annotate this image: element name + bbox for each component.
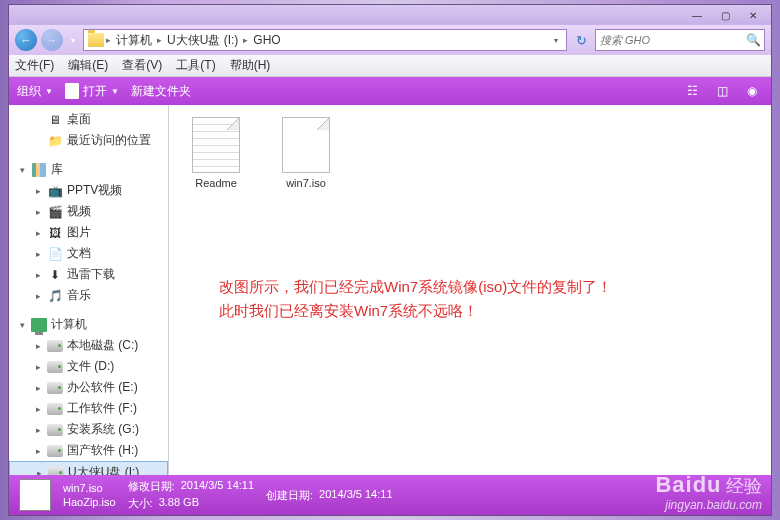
search-box[interactable]: 🔍 bbox=[595, 29, 765, 51]
status-mod-date: 2014/3/5 14:11 bbox=[181, 479, 254, 494]
tree-drive-e[interactable]: ▸办公软件 (E:) bbox=[9, 377, 168, 398]
breadcrumb-drive[interactable]: U大侠U盘 (I:) bbox=[164, 32, 241, 49]
organize-label: 组织 bbox=[17, 83, 41, 100]
explorer-window: — ▢ ✕ ← → ▾ ▸ 计算机 ▸ U大侠U盘 (I:) ▸ GHO ▾ ↻… bbox=[8, 4, 772, 516]
open-button[interactable]: 打开 ▼ bbox=[65, 83, 119, 100]
address-dropdown[interactable]: ▾ bbox=[550, 36, 562, 45]
menu-help[interactable]: 帮助(H) bbox=[230, 57, 271, 74]
status-size: 3.88 GB bbox=[159, 496, 199, 511]
iso-file-icon bbox=[282, 117, 330, 173]
tree-drive-i[interactable]: ▸U大侠U盘 (I:) bbox=[9, 461, 168, 475]
menu-file[interactable]: 文件(F) bbox=[15, 57, 54, 74]
folder-icon bbox=[88, 33, 104, 47]
tree-drive-c[interactable]: ▸本地磁盘 (C:) bbox=[9, 335, 168, 356]
tree-pictures[interactable]: ▸🖼图片 bbox=[9, 222, 168, 243]
tree-drive-g[interactable]: ▸安装系统 (G:) bbox=[9, 419, 168, 440]
file-label: Readme bbox=[195, 177, 237, 189]
tree-recent[interactable]: 📁最近访问的位置 bbox=[9, 130, 168, 151]
search-input[interactable] bbox=[600, 34, 746, 46]
breadcrumb-sep[interactable]: ▸ bbox=[243, 35, 248, 45]
chevron-down-icon: ▼ bbox=[45, 87, 53, 96]
breadcrumb-bar[interactable]: ▸ 计算机 ▸ U大侠U盘 (I:) ▸ GHO ▾ bbox=[83, 29, 567, 51]
menu-view[interactable]: 查看(V) bbox=[122, 57, 162, 74]
status-filetype: HaoZip.iso bbox=[63, 496, 116, 508]
breadcrumb-folder[interactable]: GHO bbox=[250, 33, 283, 47]
tree-thunder[interactable]: ▸⬇迅雷下载 bbox=[9, 264, 168, 285]
search-icon: 🔍 bbox=[746, 33, 760, 47]
tree-pptv[interactable]: ▸📺PPTV视频 bbox=[9, 180, 168, 201]
close-button[interactable]: ✕ bbox=[739, 7, 767, 23]
menu-edit[interactable]: 编辑(E) bbox=[68, 57, 108, 74]
view-options-button[interactable]: ☷ bbox=[681, 82, 703, 100]
file-label: win7.iso bbox=[286, 177, 326, 189]
status-filename: win7.iso bbox=[63, 482, 103, 494]
status-create-label: 创建日期: bbox=[266, 488, 313, 503]
navigation-pane[interactable]: 🖥桌面 📁最近访问的位置 ▾库 ▸📺PPTV视频 ▸🎬视频 ▸🖼图片 ▸📄文档 … bbox=[9, 105, 169, 475]
back-button[interactable]: ← bbox=[15, 29, 37, 51]
status-mod-label: 修改日期: bbox=[128, 479, 175, 494]
minimize-button[interactable]: — bbox=[683, 7, 711, 23]
tree-drive-f[interactable]: ▸工作软件 (F:) bbox=[9, 398, 168, 419]
text-file-icon bbox=[192, 117, 240, 173]
help-button[interactable]: ◉ bbox=[741, 82, 763, 100]
status-file-icon bbox=[19, 479, 51, 511]
open-label: 打开 bbox=[83, 83, 107, 100]
content-area: 🖥桌面 📁最近访问的位置 ▾库 ▸📺PPTV视频 ▸🎬视频 ▸🖼图片 ▸📄文档 … bbox=[9, 105, 771, 475]
chevron-down-icon: ▼ bbox=[111, 87, 119, 96]
breadcrumb-computer[interactable]: 计算机 bbox=[113, 32, 155, 49]
status-bar: win7.iso HaoZip.iso 修改日期: 2014/3/5 14:11… bbox=[9, 475, 771, 515]
organize-button[interactable]: 组织 ▼ bbox=[17, 83, 53, 100]
toolbar: 组织 ▼ 打开 ▼ 新建文件夹 ☷ ◫ ◉ bbox=[9, 77, 771, 105]
breadcrumb-sep[interactable]: ▸ bbox=[106, 35, 111, 45]
file-win7-iso[interactable]: win7.iso bbox=[271, 117, 341, 189]
tree-library[interactable]: ▾库 bbox=[9, 159, 168, 180]
preview-pane-button[interactable]: ◫ bbox=[711, 82, 733, 100]
tree-documents[interactable]: ▸📄文档 bbox=[9, 243, 168, 264]
breadcrumb-sep[interactable]: ▸ bbox=[157, 35, 162, 45]
maximize-button[interactable]: ▢ bbox=[711, 7, 739, 23]
file-icon bbox=[65, 83, 79, 99]
tree-video[interactable]: ▸🎬视频 bbox=[9, 201, 168, 222]
title-bar: — ▢ ✕ bbox=[9, 5, 771, 25]
file-readme[interactable]: Readme bbox=[181, 117, 251, 189]
tree-drive-d[interactable]: ▸文件 (D:) bbox=[9, 356, 168, 377]
refresh-button[interactable]: ↻ bbox=[571, 30, 591, 50]
status-create-date: 2014/3/5 14:11 bbox=[319, 488, 392, 503]
nav-history-dropdown[interactable]: ▾ bbox=[67, 30, 79, 50]
tree-drive-h[interactable]: ▸国产软件 (H:) bbox=[9, 440, 168, 461]
forward-button[interactable]: → bbox=[41, 29, 63, 51]
menu-bar: 文件(F) 编辑(E) 查看(V) 工具(T) 帮助(H) bbox=[9, 55, 771, 77]
tree-computer[interactable]: ▾计算机 bbox=[9, 314, 168, 335]
menu-tools[interactable]: 工具(T) bbox=[176, 57, 215, 74]
status-size-label: 大小: bbox=[128, 496, 153, 511]
annotation-text: 改图所示，我们已经完成Win7系统镜像(iso)文件的复制了！ 此时我们已经离安… bbox=[219, 275, 612, 323]
file-list-area[interactable]: Readme win7.iso 改图所示，我们已经完成Win7系统镜像(iso)… bbox=[169, 105, 771, 475]
tree-desktop[interactable]: 🖥桌面 bbox=[9, 109, 168, 130]
new-folder-button[interactable]: 新建文件夹 bbox=[131, 83, 191, 100]
tree-music[interactable]: ▸🎵音乐 bbox=[9, 285, 168, 306]
address-bar: ← → ▾ ▸ 计算机 ▸ U大侠U盘 (I:) ▸ GHO ▾ ↻ 🔍 bbox=[9, 25, 771, 55]
